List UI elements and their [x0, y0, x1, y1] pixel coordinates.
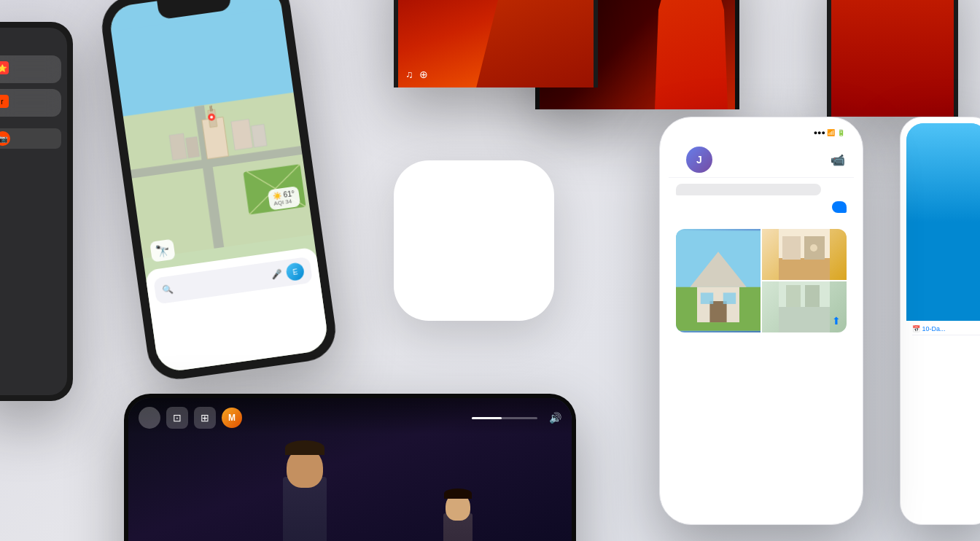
kitchen-photo — [762, 229, 847, 280]
house-photo — [676, 229, 761, 332]
map-svg — [108, 0, 317, 282]
map-3d-view — [108, 0, 317, 282]
music-phone: ♫ ⊕ — [394, 0, 598, 87]
user-avatar-maps: E — [285, 262, 305, 281]
weather-section — [906, 123, 980, 321]
notif-app-icon-2: r — [0, 95, 55, 108]
episode-info: M — [222, 408, 466, 428]
messages-header: J 📹 — [669, 138, 854, 178]
cal-today — [912, 338, 980, 340]
svg-rect-37 — [805, 285, 820, 307]
weather-phone: 📅 10-Da... — [900, 117, 980, 525]
notif-card-2: r — [0, 89, 61, 117]
mic-icon: 🎤 — [271, 269, 283, 281]
episode-avatar: M — [222, 408, 242, 428]
video-progress-bar — [472, 417, 537, 419]
svg-rect-30 — [779, 258, 830, 280]
video-close-btn[interactable] — [139, 407, 160, 429]
messages-phone: ●●● 📶 🔋 J 📹 — [659, 117, 863, 525]
ios15-logo — [394, 160, 554, 321]
contact-avatar: J — [686, 147, 712, 173]
calendar-header: 📅 10-Da... — [912, 325, 980, 335]
photo-grid: ⬆ — [676, 229, 847, 332]
kitchen-svg — [762, 229, 847, 280]
house-svg — [676, 229, 761, 332]
cal-wed — [912, 348, 980, 351]
video-screen: ⊡ ⊞ M 🔊 — [128, 398, 572, 541]
messages-signal: ●●● 📶 🔋 — [814, 129, 845, 136]
music-note-icon: ♫ — [405, 69, 413, 80]
svg-rect-27 — [701, 292, 713, 303]
sent-bubble — [832, 201, 847, 213]
notification-phone: ⭐ r 📷 — [0, 22, 73, 401]
svg-rect-28 — [723, 292, 736, 303]
music-icons: ♫ ⊕ — [405, 69, 428, 80]
camera-icon: 📷 — [0, 131, 10, 146]
music-info: ♫ ⊕ — [405, 66, 428, 80]
top-right-phone: ✉ — [827, 0, 958, 117]
received-bubble — [676, 184, 821, 195]
search-placeholder — [177, 276, 267, 288]
airdrop-icon: ⊕ — [419, 69, 428, 80]
video-progress-fill — [472, 417, 502, 419]
notif-app-icon-1: ⭐ — [0, 61, 55, 74]
video-pip-btn[interactable]: ⊡ — [166, 407, 188, 429]
reddit-icon: r — [0, 95, 9, 108]
video-phone: ⊡ ⊞ M 🔊 — [124, 394, 576, 541]
messages-screen: ●●● 📶 🔋 J 📹 — [669, 126, 854, 515]
svg-rect-31 — [782, 236, 801, 260]
weather-screen: 📅 10-Da... — [906, 123, 980, 518]
person2-hair — [444, 489, 472, 499]
binoculars-badge: 🔭 — [149, 239, 176, 262]
fashion-image — [476, 0, 594, 87]
notif-card-1: ⭐ — [0, 55, 61, 83]
svg-rect-35 — [779, 307, 830, 332]
svg-rect-36 — [786, 285, 801, 307]
video-content: ⊡ ⊞ M 🔊 — [128, 398, 572, 541]
music-bg: ♫ ⊕ — [398, 0, 594, 87]
notif-content: ⭐ r 📷 — [0, 28, 67, 155]
app-icon-game: ⭐ — [0, 61, 9, 74]
svg-rect-26 — [709, 301, 726, 322]
svg-point-33 — [810, 244, 817, 252]
music-screen: ♫ ⊕ — [398, 0, 594, 87]
video-person — [261, 433, 407, 541]
video-person-2 — [432, 477, 505, 541]
share-button[interactable]: ⬆ — [832, 315, 841, 327]
svg-rect-10 — [231, 119, 253, 149]
messages-status-bar: ●●● 📶 🔋 — [669, 126, 854, 138]
calendar-list: 📅 10-Da... — [912, 325, 980, 351]
interior-photo: ⬆ — [762, 281, 847, 332]
top-right-content: ✉ — [831, 0, 954, 117]
person-hair — [285, 440, 324, 455]
search-icon: 🔍 — [162, 284, 174, 296]
svg-rect-11 — [251, 124, 267, 147]
notification-screen: ⭐ r 📷 — [0, 28, 67, 395]
video-call-button[interactable]: 📹 — [831, 153, 845, 167]
top-right-screen: ✉ — [831, 0, 954, 117]
video-resize-btn[interactable]: ⊞ — [194, 407, 216, 429]
dress-shape — [655, 0, 728, 109]
volume-icon[interactable]: 🔊 — [549, 412, 561, 424]
messages-body: ⬆ — [669, 178, 854, 338]
video-controls: ⊡ ⊞ M 🔊 — [128, 398, 572, 435]
calendar-section: 📅 10-Da... — [906, 321, 980, 518]
cal-tue — [912, 343, 980, 346]
